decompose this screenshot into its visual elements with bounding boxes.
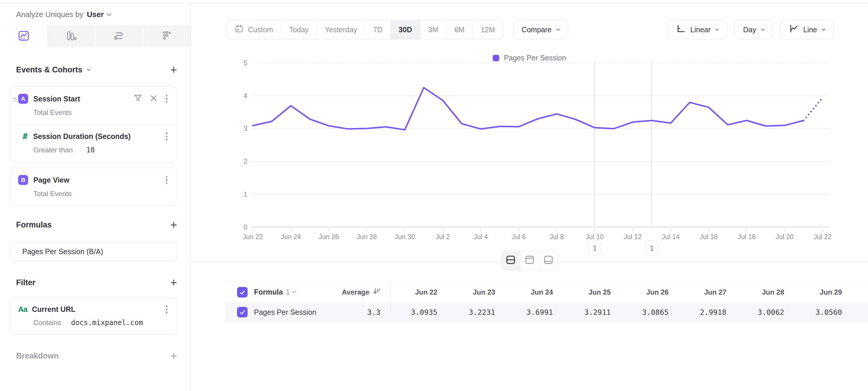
x-axis-label: Jul 12: [624, 233, 642, 241]
analyze-uniques-label: Analyze Uniques by: [16, 10, 84, 19]
series-line-projected[interactable]: [804, 97, 823, 120]
remove-event-icon[interactable]: [150, 95, 157, 103]
chart-only-view-button[interactable]: [520, 251, 539, 270]
tab-insights-line[interactable]: [0, 26, 47, 47]
split-view-button[interactable]: [501, 251, 520, 270]
tab-bar-chart[interactable]: [47, 26, 94, 47]
date-column-header[interactable]: Jun 26: [622, 282, 680, 303]
chevron-down-icon[interactable]: [87, 67, 90, 71]
x-axis-baseline: [251, 226, 830, 228]
y-axis-label: 3: [244, 125, 247, 133]
y-axis-label: 2: [244, 158, 247, 165]
event-a-card[interactable]: A Session Start Total Events: [10, 86, 177, 162]
line-chart-icon: [17, 29, 30, 44]
chevron-down-icon: [292, 289, 296, 293]
table-only-view-icon: [544, 255, 553, 266]
property-menu-icon[interactable]: [165, 132, 168, 141]
x-axis-label: Jun 22: [243, 233, 263, 241]
x-axis-label: Jun 30: [395, 233, 415, 241]
filter-operator[interactable]: Contains: [33, 318, 61, 327]
add-formula-button[interactable]: +: [170, 220, 177, 229]
filter-funnel-icon[interactable]: [134, 94, 142, 103]
flow-icon: [112, 29, 126, 44]
date-column-header[interactable]: Jun 27: [680, 282, 738, 303]
analyze-uniques-bar: Analyze Uniques by User: [0, 3, 190, 26]
x-axis-label: Jul 18: [738, 233, 755, 241]
add-event-button[interactable]: +: [170, 65, 177, 74]
event-b-name[interactable]: Page View: [33, 176, 69, 184]
x-axis-label: Jul 8: [550, 233, 564, 241]
query-builder-body: Events & Cohorts + A Session Start: [0, 64, 190, 361]
date-column-value: 3.0935: [391, 303, 448, 322]
x-axis-label: Jun 28: [357, 233, 377, 241]
table-only-view-button[interactable]: [539, 251, 558, 270]
date-column-header[interactable]: Jun 22: [391, 282, 448, 303]
metrics-icon: [160, 29, 174, 44]
date-column-header[interactable]: Jun 23: [448, 282, 506, 303]
tab-flow[interactable]: [95, 26, 143, 47]
view-layout-toggle: [501, 251, 558, 270]
query-builder-sidebar: Analyze Uniques by User: [0, 3, 191, 391]
select-all-checkbox[interactable]: [237, 287, 248, 298]
filter-property-name[interactable]: Current URL: [32, 305, 75, 314]
chart-only-view-icon: [525, 255, 535, 266]
events-cohorts-title: Events & Cohorts: [16, 65, 83, 75]
insights-app: Analyze Uniques by User: [0, 3, 868, 391]
filter-menu-icon[interactable]: [165, 305, 168, 314]
row-series-label: Pages Per Session: [254, 308, 316, 316]
formula-header-label: Formula: [254, 288, 283, 296]
event-a-measurement[interactable]: Total Events: [33, 108, 168, 117]
formula-column-header[interactable]: Formula 1: [254, 288, 296, 296]
analyze-uniques-value[interactable]: User: [87, 10, 104, 19]
x-axis-label: Jul 22: [813, 233, 831, 241]
x-axis-label: Jul 16: [700, 233, 718, 241]
event-a-name[interactable]: Session Start: [33, 95, 80, 103]
property-name[interactable]: Session Duration (Seconds): [33, 132, 130, 141]
x-axis-label: Jul 4: [474, 233, 488, 241]
filter-value[interactable]: docs.mixpanel.com: [71, 318, 143, 327]
filter-card[interactable]: Aa Current URL Contains docs.mixpanel.co…: [10, 298, 177, 335]
breakdown-header: Breakdown +: [16, 351, 177, 361]
formula-expression[interactable]: Pages Per Session (B/A): [22, 247, 103, 256]
x-axis-label: Jul 10: [586, 233, 604, 241]
tab-metrics[interactable]: [143, 26, 190, 47]
annotation-badge[interactable]: 1: [589, 241, 601, 256]
date-column-value: 3.0865: [622, 303, 680, 322]
average-column-header[interactable]: Average: [342, 287, 380, 297]
date-column-header[interactable]: Jun 25: [564, 282, 622, 303]
x-axis-label: Jul 20: [776, 233, 794, 241]
date-column-header[interactable]: Jun 28: [738, 282, 796, 303]
formula-header-index: 1: [286, 288, 290, 296]
x-axis-label: Jun 24: [281, 233, 301, 241]
property-operator[interactable]: Greater than: [33, 146, 73, 154]
split-view-icon: [506, 255, 516, 266]
table-data-row[interactable]: Pages Per Session 3.3 3.09353.22313.6991…: [225, 303, 868, 322]
x-axis-label: Jul 14: [662, 233, 680, 241]
add-filter-button[interactable]: +: [170, 278, 177, 287]
formula-card[interactable]: Pages Per Session (B/A): [10, 242, 177, 261]
date-column-header[interactable]: Jun 24: [506, 282, 564, 303]
text-property-icon: Aa: [18, 305, 27, 314]
pages-per-session-line-chart: 012345Jun 22Jun 24Jun 26Jun 28Jun 30Jul …: [191, 3, 868, 267]
date-column-value: 3.2231: [448, 303, 506, 322]
chart-type-tabs: [0, 26, 190, 47]
property-value[interactable]: 10: [86, 146, 95, 154]
annotation-badge[interactable]: 1: [646, 241, 658, 256]
formulas-title: Formulas: [16, 220, 52, 229]
drag-handle-icon[interactable]: [12, 98, 17, 101]
date-column-value: 3.2911: [564, 303, 622, 322]
add-breakdown-button[interactable]: +: [170, 352, 177, 360]
filter-title: Filter: [16, 278, 35, 287]
series-line[interactable]: [253, 88, 804, 130]
event-b-card[interactable]: B Page View Total Events: [10, 168, 177, 206]
event-b-measurement[interactable]: Total Events: [33, 190, 168, 198]
event-b-menu-icon[interactable]: [165, 175, 168, 185]
formulas-header: Formulas +: [16, 220, 177, 230]
date-column-value: 3.6991: [506, 303, 564, 322]
event-a-badge: A: [18, 94, 28, 104]
event-a-menu-icon[interactable]: [165, 94, 168, 104]
breakdown-title: Breakdown: [16, 352, 59, 361]
chevron-down-icon[interactable]: [106, 11, 111, 16]
date-column-header[interactable]: Jun 29: [796, 282, 854, 303]
row-checkbox[interactable]: [237, 307, 248, 317]
